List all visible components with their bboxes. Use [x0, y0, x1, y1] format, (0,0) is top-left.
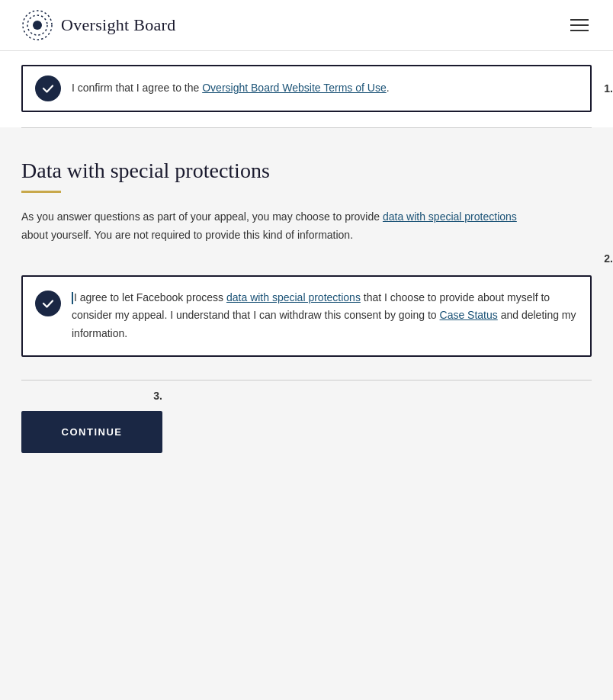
hamburger-line-2 — [570, 24, 589, 26]
menu-button[interactable] — [567, 16, 592, 34]
continue-section: 3. CONTINUE — [0, 403, 613, 483]
data-processing-text: I agree to let Facebook process data wit… — [72, 289, 578, 343]
terms-checkbox-text: I confirm that I agree to the Oversight … — [72, 81, 390, 96]
divider-2 — [21, 380, 592, 381]
step-3-number: 3. — [153, 390, 162, 402]
data-processing-checkbox-row[interactable]: I agree to let Facebook process data wit… — [21, 275, 592, 357]
page-header: Oversight Board — [0, 0, 613, 51]
logo-area: Oversight Board — [21, 9, 176, 41]
dp-text-before: I agree to let Facebook process — [74, 291, 226, 303]
text-cursor — [72, 292, 73, 304]
terms-text-after: . — [387, 82, 390, 94]
title-underline — [21, 191, 61, 193]
step-2-number: 2. — [604, 252, 613, 265]
hamburger-line-3 — [570, 30, 589, 31]
section-title: Data with special protections — [21, 159, 592, 183]
logo-icon — [21, 9, 53, 41]
data-processing-checkmark — [35, 291, 61, 316]
terms-checkbox-row[interactable]: I confirm that I agree to the Oversight … — [21, 65, 592, 112]
case-status-link[interactable]: Case Status — [440, 309, 498, 321]
terms-checkmark — [35, 75, 61, 101]
section-body: As you answer questions as part of your … — [21, 208, 540, 245]
terms-link[interactable]: Oversight Board Website Terms of Use — [202, 82, 386, 94]
data-processing-section: 2. I agree to let Facebook process data … — [0, 260, 613, 380]
main-content-section: Data with special protections As you ans… — [0, 128, 613, 260]
body-text-after: about yourself. You are not required to … — [21, 229, 353, 241]
step-1-number: 1. — [604, 82, 613, 95]
body-text-before: As you answer questions as part of your … — [21, 210, 383, 223]
special-protections-link[interactable]: data with special protections — [226, 291, 361, 303]
terms-text-before: I confirm that I agree to the — [72, 82, 202, 94]
logo-text: Oversight Board — [61, 15, 176, 35]
continue-button[interactable]: CONTINUE — [21, 411, 162, 453]
svg-point-2 — [33, 21, 42, 30]
check-icon — [41, 82, 55, 95]
terms-section: I confirm that I agree to the Oversight … — [0, 51, 613, 127]
hamburger-line-1 — [570, 19, 589, 21]
check-icon-2 — [41, 297, 55, 310]
data-protections-link[interactable]: data with special protections — [383, 210, 517, 223]
